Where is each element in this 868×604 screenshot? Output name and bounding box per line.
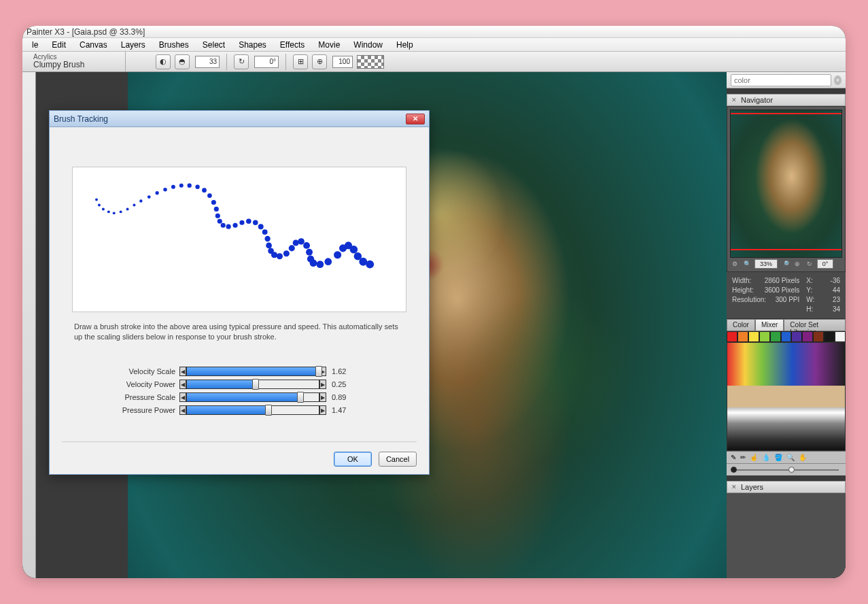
nav-zoom-value[interactable]: 33% bbox=[754, 259, 778, 269]
svg-point-8 bbox=[139, 199, 142, 202]
slider-track[interactable] bbox=[186, 367, 319, 376]
swatch[interactable] bbox=[748, 331, 759, 342]
stroke-pad[interactable] bbox=[72, 167, 406, 312]
tab-color-libraries[interactable]: Color Set Libraries bbox=[784, 319, 846, 331]
nav-rotate-icon[interactable]: ↻ bbox=[805, 259, 814, 269]
tab-color[interactable]: Color bbox=[727, 319, 755, 331]
size-icon[interactable]: ◐ bbox=[156, 54, 171, 69]
slider-dec-icon[interactable]: ◀ bbox=[179, 392, 186, 402]
slider-dec-icon[interactable]: ◀ bbox=[179, 367, 186, 376]
menu-shapes[interactable]: Shapes bbox=[233, 39, 272, 51]
zoom-field[interactable]: 100 bbox=[332, 56, 353, 68]
svg-point-16 bbox=[202, 188, 207, 192]
svg-point-12 bbox=[171, 185, 175, 189]
search-bar: × bbox=[727, 72, 846, 88]
mixer-size-slider[interactable] bbox=[727, 463, 846, 475]
svg-point-34 bbox=[277, 253, 283, 259]
svg-point-40 bbox=[306, 249, 313, 256]
zoom-icon[interactable]: ⊕ bbox=[312, 54, 327, 69]
brush-selector[interactable]: Acrylics Clumpy Brush bbox=[22, 52, 126, 71]
dialog-close-button[interactable]: ✕ bbox=[406, 114, 425, 124]
close-layers-icon[interactable]: ✕ bbox=[731, 484, 737, 490]
search-input[interactable] bbox=[731, 74, 831, 86]
swatch[interactable] bbox=[770, 331, 781, 342]
svg-point-37 bbox=[293, 239, 299, 246]
mixer-hand-icon[interactable]: ✋ bbox=[799, 454, 807, 461]
brush-angle-field[interactable]: 0° bbox=[254, 56, 279, 68]
vertical-toolbar[interactable] bbox=[22, 72, 36, 578]
menu-bar: le Edit Canvas Layers Brushes Select Sha… bbox=[22, 38, 846, 52]
opacity-icon[interactable]: ◓ bbox=[175, 54, 190, 69]
svg-point-24 bbox=[232, 223, 237, 228]
menu-window[interactable]: Window bbox=[348, 39, 388, 51]
svg-point-45 bbox=[334, 251, 341, 258]
menu-edit[interactable]: Edit bbox=[46, 39, 71, 51]
fit-icon[interactable]: ⊞ bbox=[293, 54, 308, 69]
swatch[interactable] bbox=[791, 331, 802, 342]
swatch[interactable] bbox=[813, 331, 824, 342]
slider-pressure-power: Pressure Power◀▶1.47 bbox=[103, 404, 375, 417]
swatch[interactable] bbox=[824, 331, 835, 342]
clear-search-icon[interactable]: × bbox=[834, 76, 841, 85]
menu-canvas[interactable]: Canvas bbox=[74, 39, 113, 51]
svg-point-20 bbox=[215, 214, 220, 218]
sliders-group: Velocity Scale◀▶1.62Velocity Power◀▶0.25… bbox=[103, 365, 375, 417]
ok-button[interactable]: OK bbox=[334, 452, 372, 467]
svg-point-6 bbox=[126, 207, 129, 210]
menu-select[interactable]: Select bbox=[197, 39, 230, 51]
slider-inc-icon[interactable]: ▶ bbox=[319, 392, 326, 402]
layers-panel-title[interactable]: ✕ Layers bbox=[727, 481, 846, 493]
swatch[interactable] bbox=[835, 331, 846, 342]
svg-point-29 bbox=[262, 229, 268, 235]
slider-track[interactable] bbox=[186, 380, 319, 389]
navigator-thumbnail[interactable] bbox=[730, 110, 842, 258]
swatch[interactable] bbox=[727, 331, 737, 342]
slider-dec-icon[interactable]: ◀ bbox=[179, 380, 186, 389]
svg-point-4 bbox=[113, 212, 116, 214]
slider-pressure-scale: Pressure Scale◀▶0.89 bbox=[103, 391, 375, 404]
swatch[interactable] bbox=[737, 331, 748, 342]
mixer-brush2-icon[interactable]: ✏ bbox=[740, 454, 746, 461]
slider-track[interactable] bbox=[186, 392, 319, 402]
mixer-bucket-icon[interactable]: 🪣 bbox=[774, 454, 782, 461]
menu-brushes[interactable]: Brushes bbox=[154, 39, 194, 51]
brush-size-field[interactable]: 33 bbox=[195, 56, 220, 68]
swatch[interactable] bbox=[802, 331, 813, 342]
svg-point-14 bbox=[188, 184, 192, 188]
slider-track[interactable] bbox=[186, 405, 319, 415]
title-bar: Painter X3 - [Gaia.psd @ 33.3%] bbox=[22, 26, 846, 38]
nav-zoom-in-icon[interactable]: 🔎 bbox=[780, 259, 790, 269]
dialog-title-bar[interactable]: Brush Tracking ✕ bbox=[50, 111, 429, 127]
cancel-button[interactable]: Cancel bbox=[379, 452, 417, 467]
menu-file[interactable]: le bbox=[27, 39, 44, 51]
mixer-zoom-icon[interactable]: 🔍 bbox=[786, 454, 795, 461]
mixer-finger-icon[interactable]: ☝ bbox=[750, 454, 758, 461]
slider-inc-icon[interactable]: ▶ bbox=[319, 380, 326, 389]
tab-mixer[interactable]: Mixer bbox=[755, 319, 784, 331]
svg-point-30 bbox=[264, 236, 270, 241]
navigator-panel-title[interactable]: ✕ Navigator bbox=[727, 94, 846, 106]
mixer-pad[interactable] bbox=[727, 342, 846, 451]
app-window: Painter X3 - [Gaia.psd @ 33.3%] le Edit … bbox=[22, 26, 846, 578]
svg-point-39 bbox=[303, 242, 310, 249]
swatch[interactable] bbox=[759, 331, 770, 342]
nav-angle-value[interactable]: 0° bbox=[817, 259, 833, 269]
slider-dec-icon[interactable]: ◀ bbox=[179, 405, 186, 415]
menu-help[interactable]: Help bbox=[391, 39, 419, 51]
nav-settings-icon[interactable]: ⚙ bbox=[730, 259, 740, 269]
svg-point-51 bbox=[366, 261, 374, 269]
nav-fit-icon[interactable]: ⊕ bbox=[793, 259, 802, 269]
swatch[interactable] bbox=[781, 331, 792, 342]
slider-inc-icon[interactable]: ▶ bbox=[319, 405, 326, 415]
menu-layers[interactable]: Layers bbox=[116, 39, 151, 51]
mixer-brush-icon[interactable]: ✎ bbox=[731, 454, 736, 461]
close-panel-icon[interactable]: ✕ bbox=[731, 97, 737, 103]
mixer-dropper-icon[interactable]: 💧 bbox=[762, 454, 770, 461]
svg-point-13 bbox=[179, 184, 184, 188]
menu-movie[interactable]: Movie bbox=[313, 39, 345, 51]
angle-icon[interactable]: ↻ bbox=[234, 54, 249, 69]
svg-point-42 bbox=[310, 259, 317, 267]
menu-effects[interactable]: Effects bbox=[275, 39, 310, 51]
nav-zoom-out-icon[interactable]: 🔍 bbox=[742, 259, 752, 269]
svg-point-43 bbox=[317, 261, 324, 268]
